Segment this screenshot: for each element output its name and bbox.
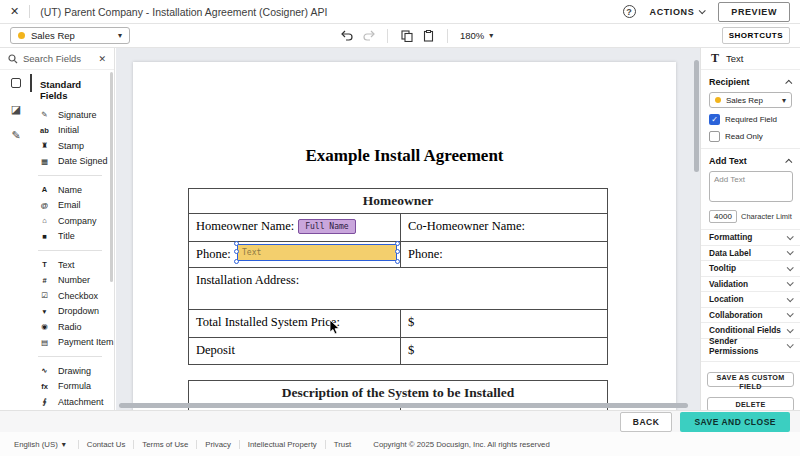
sidebar-item-drawing[interactable]: ∿Drawing	[38, 363, 110, 379]
checkbox-checked-icon[interactable]: ✓	[709, 114, 720, 125]
sidebar-item-title[interactable]: ■Title	[38, 229, 110, 245]
tab-stamps[interactable]: ◪	[0, 96, 32, 122]
signature-icon: ✎	[38, 108, 51, 121]
close-search-icon[interactable]: ✕	[98, 54, 106, 64]
preview-button[interactable]: PREVIEW	[718, 2, 790, 22]
save-and-close-button[interactable]: SAVE AND CLOSE	[680, 412, 790, 432]
add-text-section-header[interactable]: Add Text	[709, 154, 792, 168]
drawing-icon: ∿	[38, 364, 51, 377]
sidebar-item-stamp[interactable]: ♜Stamp	[38, 138, 110, 154]
sidebar-item-date-signed[interactable]: ▦Date Signed	[38, 154, 110, 170]
divider	[38, 250, 102, 251]
accordion-data-label[interactable]: Data Label	[701, 245, 800, 261]
search-fields-input[interactable]	[23, 53, 87, 64]
read-only-checkbox-row[interactable]: Read Only	[709, 131, 792, 142]
full-name-field[interactable]: Full Name	[298, 219, 355, 234]
accordion-location[interactable]: Location	[701, 291, 800, 307]
item-label: Stamp	[58, 141, 84, 151]
attachment-icon: ∮	[38, 395, 51, 408]
accordion-formatting[interactable]: Formatting	[701, 229, 800, 245]
divider	[447, 29, 448, 43]
back-button[interactable]: BACK	[620, 412, 673, 432]
help-icon[interactable]: ?	[623, 5, 636, 18]
item-label: Drawing	[58, 366, 91, 376]
accordion-validation[interactable]: Validation	[701, 276, 800, 292]
accordion-label: Sender Permissions	[709, 336, 787, 356]
copy-icon[interactable]	[400, 29, 413, 42]
sidebar-item-dropdown[interactable]: ▾Dropdown	[38, 304, 110, 320]
accordion-collaboration[interactable]: Collaboration	[701, 307, 800, 323]
add-text-input[interactable]	[709, 171, 793, 202]
standard-fields-list: Standard Fields ✎Signature abInitial ♜St…	[32, 70, 110, 410]
text-field-selected[interactable]: Text	[237, 244, 397, 261]
sidebar-item-text[interactable]: TText	[38, 257, 110, 273]
sidebar-scrollbar[interactable]	[110, 72, 113, 282]
sidebar-item-radio[interactable]: ◉Radio	[38, 319, 110, 335]
footer-link-trust[interactable]: Trust	[325, 440, 359, 449]
chevron-down-icon	[787, 249, 794, 256]
add-text-section: Add Text Character Limit	[701, 149, 800, 223]
sidebar-item-checkbox[interactable]: ☑Checkbox	[38, 288, 110, 304]
sidebar-item-payment-item[interactable]: ▤Payment Item	[38, 335, 110, 351]
resize-handle[interactable]	[234, 259, 239, 264]
required-field-label: Required Field	[725, 115, 777, 124]
sidebar-item-formula[interactable]: fxFormula	[38, 379, 110, 395]
accordion-label: Data Label	[709, 248, 751, 258]
paste-icon[interactable]	[422, 29, 435, 42]
tab-draw[interactable]: ✎	[0, 122, 32, 148]
item-label: Signature	[58, 110, 97, 120]
chevron-up-icon	[785, 158, 792, 165]
mouse-cursor	[329, 320, 340, 339]
actions-menu-button[interactable]: ACTIONS	[650, 7, 705, 17]
shortcuts-button[interactable]: SHORTCUTS	[722, 27, 790, 44]
chevron-down-icon	[787, 342, 794, 349]
resize-handle[interactable]	[395, 259, 400, 264]
undo-icon[interactable]	[340, 29, 353, 42]
footer-link-privacy[interactable]: Privacy	[196, 440, 239, 449]
sidebar-item-attachment[interactable]: ∮Attachment	[38, 394, 110, 410]
item-label: Checkbox	[58, 291, 98, 301]
sidebar-item-name[interactable]: AName	[38, 182, 110, 198]
footer-link-terms-of-use[interactable]: Terms of Use	[133, 440, 196, 449]
resize-handle[interactable]	[234, 241, 239, 246]
accordion-label: Conditional Fields	[709, 325, 781, 335]
resize-handle[interactable]	[234, 249, 239, 254]
sidebar-item-email[interactable]: @Email	[38, 198, 110, 214]
recipient-section-title: Recipient	[709, 77, 750, 87]
save-as-custom-field-button[interactable]: SAVE AS CUSTOM FIELD	[707, 372, 794, 387]
resize-handle[interactable]	[395, 241, 400, 246]
delete-field-button[interactable]: DELETE	[707, 397, 794, 410]
recipient-section-header[interactable]: Recipient	[709, 75, 792, 89]
sidebar-item-initial[interactable]: abInitial	[38, 123, 110, 139]
close-icon[interactable]: ✕	[10, 5, 19, 18]
deposit-value-cell: $	[400, 338, 607, 364]
sidebar-item-signature[interactable]: ✎Signature	[38, 107, 110, 123]
character-limit-input[interactable]	[709, 210, 737, 223]
search-icon	[8, 50, 18, 68]
tab-standard-fields[interactable]	[0, 70, 32, 96]
language-selector[interactable]: English (US) ▾	[14, 440, 66, 449]
item-label: Payment Item	[58, 337, 114, 347]
initial-icon: ab	[38, 124, 51, 137]
recipient-selector[interactable]: Sales Rep ▾	[10, 27, 130, 44]
field-editor-app: ✕ (UT) Parent Company - Installation Agr…	[0, 0, 800, 456]
sidebar-item-company[interactable]: ⌂Company	[38, 213, 110, 229]
recipient-dropdown[interactable]: Sales Rep ▾	[709, 92, 792, 108]
character-limit-row: Character Limit	[709, 210, 792, 223]
caret-down-icon: ▾	[118, 31, 122, 40]
footer-link-contact-us[interactable]: Contact Us	[78, 440, 134, 449]
required-field-checkbox-row[interactable]: ✓ Required Field	[709, 114, 792, 125]
canvas-vertical-scrollbar[interactable]	[694, 60, 699, 172]
redo-icon[interactable]	[362, 29, 375, 42]
divider	[29, 5, 30, 18]
zoom-selector[interactable]: 180% ▾	[460, 30, 493, 41]
item-label: Company	[58, 216, 97, 226]
accordion-sender-permissions[interactable]: Sender Permissions	[701, 338, 800, 354]
canvas-horizontal-scrollbar[interactable]	[119, 403, 688, 408]
footer-link-intellectual-property[interactable]: Intellectual Property	[239, 440, 325, 449]
checkbox-unchecked-icon[interactable]	[709, 131, 720, 142]
resize-handle[interactable]	[395, 249, 400, 254]
accordion-tooltip[interactable]: Tooltip	[701, 260, 800, 276]
bottom-action-bar: BACK SAVE AND CLOSE	[0, 410, 800, 432]
sidebar-item-number[interactable]: #Number	[38, 273, 110, 289]
